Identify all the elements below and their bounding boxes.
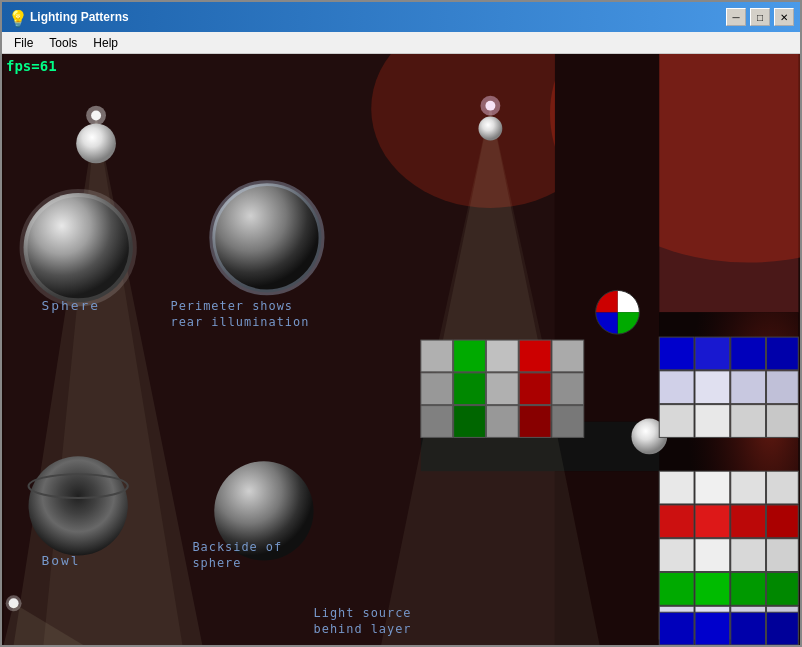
svg-rect-46 [552, 340, 584, 372]
svg-rect-92 [731, 612, 766, 645]
svg-rect-55 [519, 406, 551, 438]
svg-rect-74 [659, 505, 694, 538]
svg-text:Perimeter shows: Perimeter shows [171, 299, 293, 313]
window-title: Lighting Patterns [30, 10, 129, 24]
menu-bar: File Tools Help [2, 32, 800, 54]
scene-canvas: fps=61 [2, 54, 800, 645]
svg-text:sphere: sphere [192, 556, 241, 570]
svg-rect-59 [731, 337, 766, 370]
svg-rect-53 [454, 406, 486, 438]
svg-rect-66 [659, 405, 694, 438]
scene-svg: Sphere Perimeter shows rear illumination… [2, 54, 800, 645]
svg-rect-80 [731, 539, 766, 572]
menu-file[interactable]: File [6, 34, 41, 52]
svg-point-25 [76, 124, 116, 164]
menu-tools[interactable]: Tools [41, 34, 85, 52]
fps-counter: fps=61 [6, 58, 57, 74]
svg-rect-81 [767, 539, 799, 572]
svg-rect-62 [695, 371, 730, 404]
svg-rect-73 [767, 471, 799, 504]
app-icon: 💡 [8, 9, 24, 25]
svg-text:behind layer: behind layer [314, 622, 412, 636]
svg-point-24 [480, 96, 500, 116]
svg-rect-76 [731, 505, 766, 538]
svg-rect-49 [486, 373, 518, 405]
svg-rect-75 [695, 505, 730, 538]
svg-rect-54 [486, 406, 518, 438]
svg-rect-48 [454, 373, 486, 405]
svg-rect-64 [767, 371, 799, 404]
svg-text:Bowl: Bowl [41, 553, 80, 568]
svg-point-33 [478, 117, 502, 141]
svg-rect-90 [659, 612, 694, 645]
window-controls: ─ □ ✕ [726, 8, 794, 26]
svg-rect-45 [519, 340, 551, 372]
svg-rect-50 [519, 373, 551, 405]
minimize-button[interactable]: ─ [726, 8, 746, 26]
svg-rect-60 [767, 337, 799, 370]
svg-text:Backside of: Backside of [192, 540, 282, 554]
svg-rect-85 [767, 572, 799, 605]
svg-rect-70 [659, 471, 694, 504]
svg-text:Light source: Light source [314, 606, 412, 620]
title-bar-left: 💡 Lighting Patterns [8, 9, 129, 25]
svg-rect-93 [767, 612, 799, 645]
svg-rect-83 [695, 572, 730, 605]
svg-rect-78 [659, 539, 694, 572]
close-button[interactable]: ✕ [774, 8, 794, 26]
svg-point-22 [86, 106, 106, 126]
svg-rect-44 [486, 340, 518, 372]
svg-rect-77 [767, 505, 799, 538]
svg-rect-61 [659, 371, 694, 404]
main-window: 💡 Lighting Patterns ─ □ ✕ File Tools Hel… [0, 0, 802, 647]
title-bar: 💡 Lighting Patterns ─ □ ✕ [2, 2, 800, 32]
svg-rect-71 [695, 471, 730, 504]
svg-rect-63 [731, 371, 766, 404]
svg-rect-69 [767, 405, 799, 438]
svg-rect-91 [695, 612, 730, 645]
svg-rect-72 [731, 471, 766, 504]
maximize-button[interactable]: □ [750, 8, 770, 26]
svg-rect-67 [695, 405, 730, 438]
svg-rect-79 [695, 539, 730, 572]
svg-rect-57 [659, 337, 694, 370]
svg-rect-43 [454, 340, 486, 372]
svg-point-30 [29, 456, 128, 555]
svg-rect-82 [659, 572, 694, 605]
svg-rect-51 [552, 373, 584, 405]
menu-help[interactable]: Help [85, 34, 126, 52]
svg-rect-52 [421, 406, 453, 438]
svg-rect-58 [695, 337, 730, 370]
svg-rect-84 [731, 572, 766, 605]
svg-rect-42 [421, 340, 453, 372]
svg-text:rear illumination: rear illumination [171, 315, 310, 329]
svg-rect-68 [731, 405, 766, 438]
svg-rect-47 [421, 373, 453, 405]
svg-text:Sphere: Sphere [41, 298, 100, 313]
svg-rect-56 [552, 406, 584, 438]
